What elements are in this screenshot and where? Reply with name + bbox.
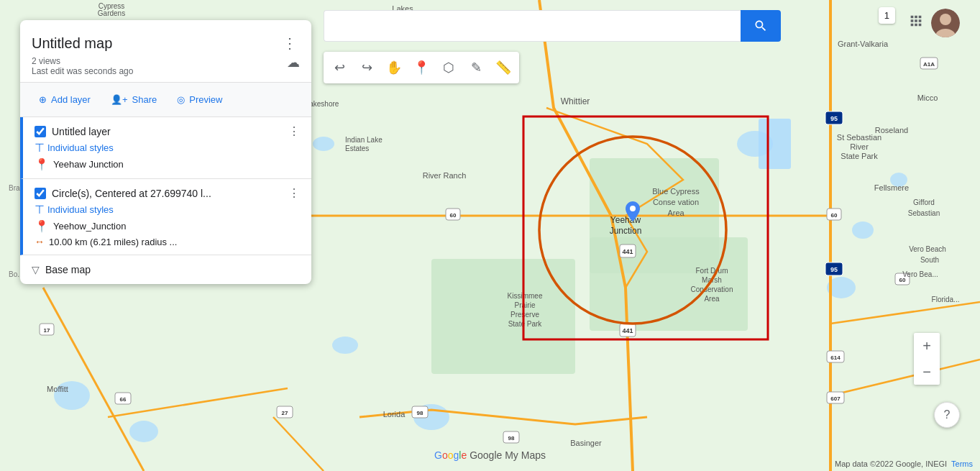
place-pin-1: 📍 <box>35 157 49 171</box>
svg-text:Fort Drum: Fort Drum <box>696 267 728 275</box>
layer-2-title: Circle(s), Centered at 27.699740 l... <box>52 188 211 199</box>
svg-text:Basinger: Basinger <box>570 439 602 447</box>
add-marker-button[interactable]: 📍 <box>408 55 434 81</box>
svg-text:Prairie: Prairie <box>515 301 536 309</box>
zoom-in-button[interactable]: + <box>914 333 940 359</box>
svg-point-7 <box>852 221 874 239</box>
layer-1-checkbox[interactable] <box>35 126 46 137</box>
zoom-help-button[interactable]: ? <box>934 402 960 428</box>
layer-title-row-2: Circle(s), Centered at 27.699740 l... <box>35 188 211 199</box>
svg-text:Gardens: Gardens <box>98 9 125 17</box>
svg-text:River: River <box>850 142 869 151</box>
svg-text:State Park: State Park <box>841 152 878 160</box>
map-title: Untitled map <box>32 35 112 52</box>
svg-rect-15 <box>431 259 575 374</box>
undo-button[interactable]: ↩ <box>326 55 352 81</box>
zoom-buttons: + − <box>914 333 940 385</box>
layer-2-place: 📍 Yeehow_Junction <box>35 219 300 233</box>
search-button[interactable] <box>741 10 781 42</box>
base-map-label: Base map <box>45 264 91 275</box>
preview-button[interactable]: ◎ Preview <box>170 90 229 109</box>
map-tools: ↩ ↪ ✋ 📍 ⬡ ✎ 📏 <box>324 52 519 83</box>
layer-1-place: 📍 Yeehaw Junction <box>35 157 300 171</box>
map-last-edit: Last edit was seconds ago <box>32 66 133 76</box>
svg-text:Sebastian: Sebastian <box>908 209 940 217</box>
svg-text:Indian Lake: Indian Lake <box>345 136 383 144</box>
svg-text:Whittier: Whittier <box>561 96 590 106</box>
redo-button[interactable]: ↪ <box>354 55 380 81</box>
svg-text:441: 441 <box>622 248 633 255</box>
layer-item-1: Untitled layer ⋮ ⊤ Individual styles 📍 Y… <box>20 117 311 179</box>
svg-text:27: 27 <box>282 410 288 416</box>
zoom-out-button[interactable]: − <box>914 359 940 385</box>
notification-badge: 1 <box>879 7 895 24</box>
draw-shape-button[interactable]: ⬡ <box>436 55 462 81</box>
map-views: 2 views <box>32 56 60 66</box>
svg-text:Blue Cypress: Blue Cypress <box>652 187 700 196</box>
layer-2-menu[interactable]: ⋮ <box>288 186 300 200</box>
svg-text:Moffitt: Moffitt <box>47 385 68 393</box>
map-title-row: Untitled map ⋮ <box>32 32 300 55</box>
sidebar: Untitled map ⋮ 2 views Last edit was sec… <box>20 20 311 284</box>
svg-text:Florida...: Florida... <box>932 296 960 303</box>
svg-text:Estates: Estates <box>345 145 369 152</box>
distance-icon: ↔ <box>35 236 45 247</box>
svg-point-94 <box>630 206 636 211</box>
svg-text:95: 95 <box>830 266 838 273</box>
svg-text:A1A: A1A <box>923 61 935 68</box>
user-avatar[interactable] <box>931 9 960 37</box>
svg-text:South: South <box>920 256 939 264</box>
svg-text:State Park: State Park <box>508 320 543 328</box>
layer-2-style[interactable]: ⊤ Individual styles <box>35 203 300 216</box>
svg-text:Grant-Valkaria: Grant-Valkaria <box>838 40 889 48</box>
sidebar-menu-button[interactable]: ⋮ <box>280 32 300 55</box>
search-input[interactable] <box>324 10 741 42</box>
layer-item-2: Circle(s), Centered at 27.699740 l... ⋮ … <box>20 179 311 255</box>
svg-text:Preserve: Preserve <box>510 311 539 319</box>
svg-text:Vero Beach: Vero Beach <box>909 245 946 253</box>
svg-text:Roseland: Roseland <box>875 126 908 134</box>
svg-text:95: 95 <box>830 115 838 122</box>
layer-header-1: Untitled layer ⋮ <box>35 124 300 138</box>
svg-text:Kissimmee: Kissimmee <box>508 292 543 300</box>
style-icon-2: ⊤ <box>35 203 45 216</box>
add-layer-icon: ⊕ <box>39 94 47 105</box>
sidebar-header: Untitled map ⋮ 2 views Last edit was sec… <box>20 20 311 83</box>
svg-text:614: 614 <box>830 355 841 361</box>
zoom-controls: + − ? <box>934 396 960 428</box>
layer-1-style[interactable]: ⊤ Individual styles <box>35 141 300 155</box>
svg-text:Conse vation: Conse vation <box>653 198 699 206</box>
search-icon <box>754 19 768 33</box>
svg-text:River Ranch: River Ranch <box>423 171 467 180</box>
share-button[interactable]: 👤+ Share <box>104 90 164 109</box>
apps-grid-icon[interactable] <box>908 13 924 32</box>
svg-text:441: 441 <box>622 327 633 334</box>
svg-point-96 <box>940 14 951 25</box>
layer-header-2: Circle(s), Centered at 27.699740 l... ⋮ <box>35 186 300 200</box>
svg-text:Junction: Junction <box>610 226 642 236</box>
share-icon: 👤+ <box>111 94 128 105</box>
pan-button[interactable]: ✋ <box>381 55 407 81</box>
svg-text:98: 98 <box>417 410 423 416</box>
terms-link[interactable]: Terms <box>951 459 973 468</box>
svg-text:66: 66 <box>120 396 127 403</box>
svg-text:98: 98 <box>508 435 515 442</box>
map-footer: Map data ©2022 Google, INEGI Terms <box>835 459 973 468</box>
layer-1-menu[interactable]: ⋮ <box>288 124 300 138</box>
preview-icon: ◎ <box>177 94 185 105</box>
base-map-section[interactable]: ▽ Base map <box>20 255 311 284</box>
svg-text:Micco: Micco <box>917 93 938 102</box>
svg-text:Vero Bea...: Vero Bea... <box>902 270 938 278</box>
layer-2-checkbox[interactable] <box>35 188 46 199</box>
add-layer-button[interactable]: ⊕ Add layer <box>32 90 98 109</box>
svg-text:17: 17 <box>44 327 50 334</box>
layer-title-row-1: Untitled layer <box>35 126 111 137</box>
draw-line-button[interactable]: ✎ <box>463 55 489 81</box>
svg-text:Gifford: Gifford <box>913 198 935 206</box>
measure-button[interactable]: 📏 <box>490 55 516 81</box>
google-my-maps-logo: Google Google My Maps <box>434 449 546 461</box>
map-meta: 2 views Last edit was seconds ago ☁ <box>32 56 300 76</box>
svg-text:Conservation: Conservation <box>691 285 733 293</box>
layers-section: Untitled layer ⋮ ⊤ Individual styles 📍 Y… <box>20 117 311 255</box>
svg-text:Area: Area <box>667 209 684 217</box>
